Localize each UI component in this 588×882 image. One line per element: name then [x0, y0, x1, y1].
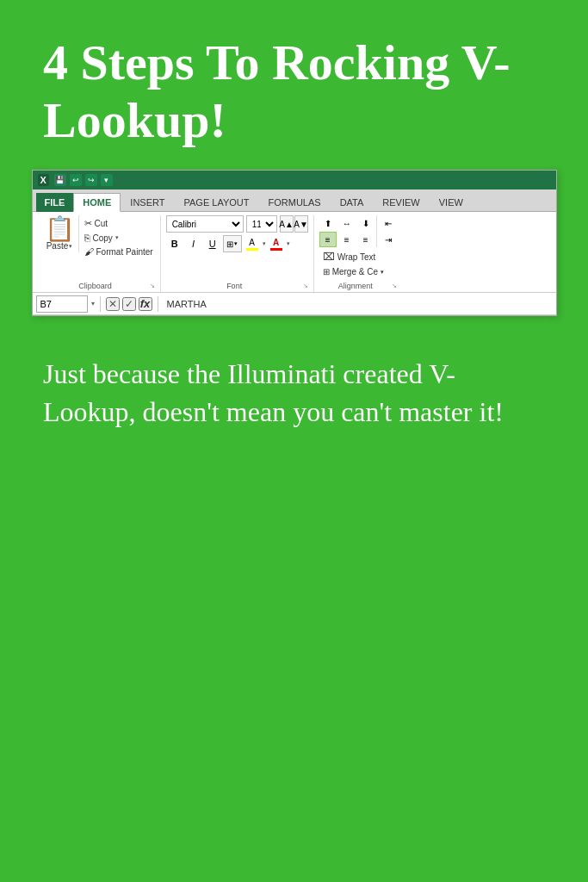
- save-icon[interactable]: 💾: [54, 174, 66, 186]
- formula-content[interactable]: MARTHA: [164, 299, 553, 309]
- clipboard-expand-icon[interactable]: ↘: [150, 283, 155, 289]
- tab-insert[interactable]: INSERT: [121, 192, 174, 211]
- excel-titlebar: X 💾 ↩ ↪ ▾: [33, 171, 556, 189]
- tab-page-layout[interactable]: PAGE LAYOUT: [174, 192, 258, 211]
- wrap-text-label: Wrap Text: [337, 252, 376, 262]
- alignment-content: ⬆ ↔ ⬇ ≡ ≡ ≡ ⇤: [319, 215, 397, 282]
- align-left-button[interactable]: ≡: [319, 232, 337, 247]
- italic-button[interactable]: I: [185, 235, 202, 252]
- font-content: Calibri 11 A▲ A▼ B I U: [166, 215, 308, 282]
- tab-file[interactable]: FILE: [36, 193, 74, 212]
- borders-dropdown-icon: ▾: [234, 240, 238, 247]
- merge-dropdown-icon: ▾: [381, 269, 384, 276]
- increase-indent-button[interactable]: ⇥: [380, 232, 397, 247]
- undo-icon[interactable]: ↩: [70, 174, 82, 186]
- cell-reference-value: B7: [40, 299, 52, 309]
- paste-icon: 📋: [45, 217, 75, 241]
- font-name-select[interactable]: Calibri: [166, 215, 244, 233]
- borders-icon: ⊞: [226, 239, 233, 249]
- formula-bar-divider-2: [158, 296, 158, 312]
- confirm-formula-button[interactable]: ✓: [122, 297, 136, 311]
- cell-ref-dropdown-icon[interactable]: ▾: [91, 300, 95, 307]
- format-painter-label: Format Painter: [96, 247, 153, 257]
- font-color-icon: A: [273, 238, 279, 247]
- highlight-color-bar: [246, 248, 258, 251]
- font-increase-button[interactable]: A▲: [280, 215, 294, 233]
- underline-button[interactable]: U: [204, 235, 221, 252]
- excel-tab-bar: FILE HOME INSERT PAGE LAYOUT FORMULAS DA…: [33, 189, 556, 212]
- clipboard-group: 📋 Paste ▾ ✂ Cut ⎘ Copy ▾: [38, 215, 161, 292]
- tab-data[interactable]: DATA: [331, 192, 374, 211]
- excel-logo-icon: X: [38, 174, 49, 186]
- font-color-button[interactable]: A: [268, 235, 285, 252]
- wrap-text-button[interactable]: ⌧ Wrap Text: [319, 249, 397, 264]
- redo-icon[interactable]: ↪: [85, 174, 97, 186]
- cut-label: Cut: [95, 219, 108, 228]
- font-size-select[interactable]: 11: [246, 215, 277, 233]
- page-headline: 4 Steps To Rocking V-Lookup!: [34, 34, 554, 149]
- font-group: Calibri 11 A▲ A▼ B I U: [163, 215, 314, 292]
- copy-icon: ⎘: [84, 233, 90, 243]
- alignment-row-1: ⬆ ↔ ⬇ ≡ ≡ ≡ ⇤: [319, 215, 397, 247]
- format-painter-button[interactable]: 🖌 Format Painter: [83, 245, 155, 258]
- clipboard-small-buttons: ✂ Cut ⎘ Copy ▾ 🖌 Format Painter: [83, 215, 155, 258]
- merge-cells-icon: ⊞: [323, 267, 330, 276]
- alignment-group-label: Alignment ↘: [319, 282, 397, 292]
- font-expand-icon[interactable]: ↘: [303, 283, 308, 289]
- font-decrease-button[interactable]: A▼: [294, 215, 308, 233]
- format-painter-icon: 🖌: [84, 246, 94, 257]
- copy-label: Copy: [93, 233, 113, 243]
- font-row-1: Calibri 11 A▲ A▼: [166, 215, 308, 233]
- excel-ribbon: 📋 Paste ▾ ✂ Cut ⎘ Copy ▾: [33, 212, 556, 293]
- customize-icon[interactable]: ▾: [101, 174, 113, 186]
- font-color-dropdown-icon: ▾: [287, 240, 290, 247]
- excel-window: X 💾 ↩ ↪ ▾ FILE HOME INSERT PAGE LAYOUT F…: [32, 170, 557, 316]
- cut-icon: ✂: [84, 218, 92, 229]
- align-top-button[interactable]: ⬆: [319, 215, 337, 231]
- tab-home[interactable]: HOME: [73, 193, 121, 212]
- align-right-button[interactable]: ≡: [357, 232, 374, 247]
- borders-button[interactable]: ⊞ ▾: [223, 235, 242, 252]
- bold-button[interactable]: B: [166, 235, 183, 252]
- decrease-indent-button[interactable]: ⇤: [380, 215, 397, 231]
- highlight-color-button[interactable]: A: [244, 235, 261, 252]
- merge-cells-button[interactable]: ⊞ Merge & Ce ▾: [319, 265, 397, 278]
- merge-cells-label: Merge & Ce: [332, 267, 378, 276]
- alignment-expand-icon[interactable]: ↘: [392, 283, 397, 289]
- tab-review[interactable]: REVIEW: [373, 192, 429, 211]
- font-row-2: B I U ⊞ ▾ A ▾ A: [166, 235, 308, 252]
- align-middle-button[interactable]: ↔: [338, 215, 356, 231]
- tab-view[interactable]: VIEW: [430, 192, 473, 211]
- paste-label: Paste: [46, 241, 69, 251]
- cut-button[interactable]: ✂ Cut: [83, 217, 155, 230]
- clipboard-group-label: Clipboard ↘: [41, 282, 155, 292]
- align-bottom-button[interactable]: ⬇: [357, 215, 374, 231]
- paste-button[interactable]: 📋 Paste ▾: [41, 215, 79, 252]
- highlight-dropdown-icon: ▾: [263, 240, 266, 247]
- bottom-text: Just because the Illuminati created V-Lo…: [34, 347, 554, 430]
- formula-bar-icons: ✕ ✓ fx: [106, 297, 152, 311]
- paste-dropdown-icon: ▾: [69, 243, 72, 250]
- insert-function-button[interactable]: fx: [139, 297, 152, 311]
- copy-button[interactable]: ⎘ Copy ▾: [83, 232, 155, 244]
- font-size-buttons: A▲ A▼: [280, 215, 308, 233]
- tab-formulas[interactable]: FORMULAS: [259, 192, 331, 211]
- align-center-button[interactable]: ≡: [338, 232, 356, 247]
- wrap-text-icon: ⌧: [323, 251, 335, 263]
- clipboard-content: 📋 Paste ▾ ✂ Cut ⎘ Copy ▾: [41, 215, 155, 282]
- font-group-label: Font ↘: [166, 282, 308, 292]
- font-color-bar: [270, 248, 282, 251]
- cell-reference-box[interactable]: B7: [36, 295, 88, 313]
- copy-dropdown-icon: ▾: [115, 234, 119, 241]
- highlight-icon: A: [249, 238, 255, 247]
- formula-bar: B7 ▾ ✕ ✓ fx MARTHA: [33, 293, 556, 315]
- formula-bar-divider: [100, 296, 101, 312]
- cancel-formula-button[interactable]: ✕: [106, 297, 120, 311]
- excel-titlebar-icons: 💾 ↩ ↪ ▾: [54, 174, 113, 186]
- alignment-group: ⬆ ↔ ⬇ ≡ ≡ ≡ ⇤: [316, 215, 402, 292]
- alignment-row-2: ⌧ Wrap Text ⊞ Merge & Ce ▾: [319, 249, 397, 278]
